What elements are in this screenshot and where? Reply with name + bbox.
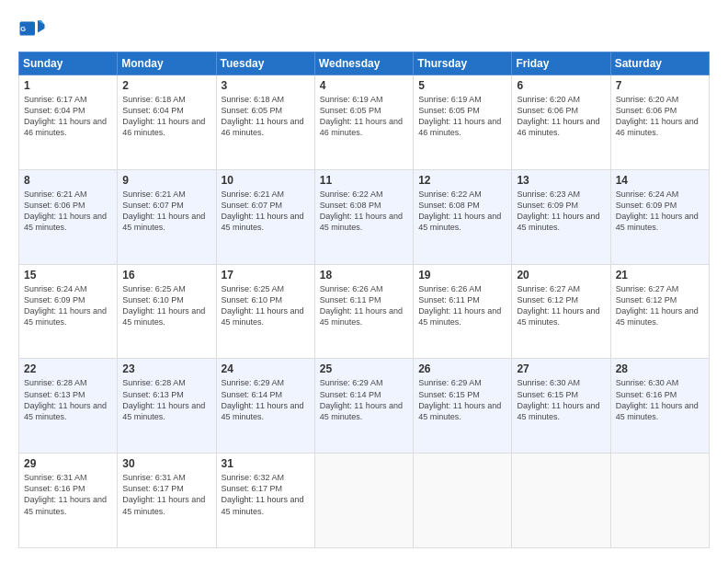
- logo-icon: G: [18, 15, 46, 42]
- col-tuesday: Tuesday: [216, 52, 314, 75]
- day-cell: 16Sunrise: 6:25 AMSunset: 6:10 PMDayligh…: [118, 264, 216, 359]
- day-cell: 29Sunrise: 6:31 AMSunset: 6:16 PMDayligh…: [19, 454, 118, 548]
- day-cell: 30Sunrise: 6:31 AMSunset: 6:17 PMDayligh…: [118, 454, 216, 548]
- day-cell: 10Sunrise: 6:21 AMSunset: 6:07 PMDayligh…: [216, 169, 314, 264]
- day-cell: 21Sunrise: 6:27 AMSunset: 6:12 PMDayligh…: [610, 264, 709, 359]
- week-row-2: 8Sunrise: 6:21 AMSunset: 6:06 PMDaylight…: [19, 169, 710, 264]
- day-cell: [314, 454, 413, 548]
- day-cell: 13Sunrise: 6:23 AMSunset: 6:09 PMDayligh…: [512, 169, 610, 264]
- col-saturday: Saturday: [610, 52, 709, 75]
- day-cell: 5Sunrise: 6:19 AMSunset: 6:05 PMDaylight…: [414, 75, 512, 170]
- day-cell: 23Sunrise: 6:28 AMSunset: 6:13 PMDayligh…: [118, 359, 216, 454]
- day-cell: 22Sunrise: 6:28 AMSunset: 6:13 PMDayligh…: [19, 359, 118, 454]
- header-row: Sunday Monday Tuesday Wednesday Thursday…: [19, 52, 710, 75]
- day-cell: [512, 454, 610, 548]
- day-cell: 24Sunrise: 6:29 AMSunset: 6:14 PMDayligh…: [216, 359, 314, 454]
- col-friday: Friday: [512, 52, 610, 75]
- day-cell: [414, 454, 512, 548]
- day-cell: [610, 454, 709, 548]
- day-cell: 18Sunrise: 6:26 AMSunset: 6:11 PMDayligh…: [314, 264, 413, 359]
- week-row-4: 22Sunrise: 6:28 AMSunset: 6:13 PMDayligh…: [19, 359, 710, 454]
- day-cell: 1Sunrise: 6:17 AMSunset: 6:04 PMDaylight…: [19, 75, 118, 170]
- day-cell: 6Sunrise: 6:20 AMSunset: 6:06 PMDaylight…: [512, 75, 610, 170]
- logo: G: [18, 15, 50, 42]
- day-cell: 17Sunrise: 6:25 AMSunset: 6:10 PMDayligh…: [216, 264, 314, 359]
- col-thursday: Thursday: [414, 52, 512, 75]
- day-cell: 7Sunrise: 6:20 AMSunset: 6:06 PMDaylight…: [610, 75, 709, 170]
- day-cell: 2Sunrise: 6:18 AMSunset: 6:04 PMDaylight…: [118, 75, 216, 170]
- day-cell: 3Sunrise: 6:18 AMSunset: 6:05 PMDaylight…: [216, 75, 314, 170]
- col-monday: Monday: [118, 52, 216, 75]
- day-cell: 11Sunrise: 6:22 AMSunset: 6:08 PMDayligh…: [314, 169, 413, 264]
- day-cell: 20Sunrise: 6:27 AMSunset: 6:12 PMDayligh…: [512, 264, 610, 359]
- day-cell: 26Sunrise: 6:29 AMSunset: 6:15 PMDayligh…: [414, 359, 512, 454]
- day-cell: 31Sunrise: 6:32 AMSunset: 6:17 PMDayligh…: [216, 454, 314, 548]
- day-cell: 15Sunrise: 6:24 AMSunset: 6:09 PMDayligh…: [19, 264, 118, 359]
- day-cell: 8Sunrise: 6:21 AMSunset: 6:06 PMDaylight…: [19, 169, 118, 264]
- day-cell: 9Sunrise: 6:21 AMSunset: 6:07 PMDaylight…: [118, 169, 216, 264]
- week-row-5: 29Sunrise: 6:31 AMSunset: 6:16 PMDayligh…: [19, 454, 710, 548]
- day-cell: 25Sunrise: 6:29 AMSunset: 6:14 PMDayligh…: [314, 359, 413, 454]
- calendar-table: Sunday Monday Tuesday Wednesday Thursday…: [18, 52, 710, 548]
- col-sunday: Sunday: [19, 52, 118, 75]
- header: G: [18, 15, 710, 42]
- day-cell: 4Sunrise: 6:19 AMSunset: 6:05 PMDaylight…: [314, 75, 413, 170]
- week-row-3: 15Sunrise: 6:24 AMSunset: 6:09 PMDayligh…: [19, 264, 710, 359]
- week-row-1: 1Sunrise: 6:17 AMSunset: 6:04 PMDaylight…: [19, 75, 710, 170]
- day-cell: 28Sunrise: 6:30 AMSunset: 6:16 PMDayligh…: [610, 359, 709, 454]
- svg-text:G: G: [20, 25, 26, 33]
- page: G Sunday Monday Tuesday Wednesday Thursd…: [0, 0, 728, 563]
- day-cell: 19Sunrise: 6:26 AMSunset: 6:11 PMDayligh…: [414, 264, 512, 359]
- col-wednesday: Wednesday: [314, 52, 413, 75]
- day-cell: 27Sunrise: 6:30 AMSunset: 6:15 PMDayligh…: [512, 359, 610, 454]
- day-cell: 12Sunrise: 6:22 AMSunset: 6:08 PMDayligh…: [414, 169, 512, 264]
- day-cell: 14Sunrise: 6:24 AMSunset: 6:09 PMDayligh…: [610, 169, 709, 264]
